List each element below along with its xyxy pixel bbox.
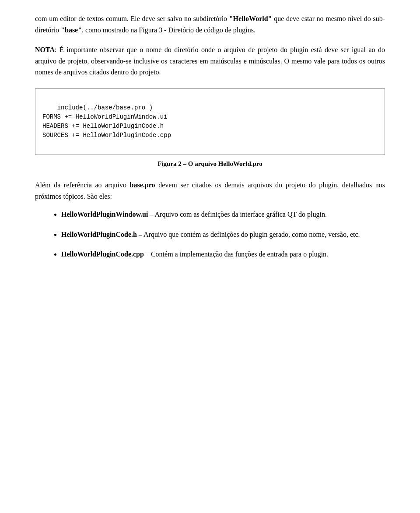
bullet1-text: – Arquivo com as definições da interface…: [148, 211, 326, 218]
bullet3-text: – Contém a implementação das funções de …: [144, 250, 328, 258]
paragraph-besides: Além da referência ao arquivo base.pro d…: [35, 179, 385, 202]
bold-helloworld: "HelloWorld": [229, 15, 272, 22]
paragraph-intro: com um editor de textos comum. Ele deve …: [35, 13, 385, 35]
nota-paragraph: NOTA: É importante observar que o nome d…: [35, 44, 385, 78]
nota-label: NOTA: [35, 46, 55, 53]
bullet1-bold: HelloWorldPluginWindow.ui: [61, 211, 148, 218]
nota-colon: : É importante observar que o nome do di…: [35, 46, 385, 76]
base-pro-bold: base.pro: [130, 181, 155, 189]
bullet-list: HelloWorldPluginWindow.ui – Arquivo com …: [61, 209, 385, 260]
bold-base: "base": [61, 26, 82, 34]
figure-caption: Figura 2 – O arquivo HelloWorld.pro: [35, 158, 385, 169]
code-block: include(../base/base.pro ) FORMS += Hell…: [35, 88, 385, 155]
bullet2-bold: HelloWorldPluginCode.h: [61, 231, 137, 238]
para2-before: Além da referência ao arquivo: [35, 181, 130, 189]
list-item-2: HelloWorldPluginCode.h – Arquivo que con…: [61, 229, 385, 240]
bullet2-text: – Arquivo que contém as definições do pl…: [137, 231, 360, 238]
list-item-3: HelloWorldPluginCode.cpp – Contém a impl…: [61, 249, 385, 260]
list-item-1: HelloWorldPluginWindow.ui – Arquivo com …: [61, 209, 385, 220]
nota-block: NOTA: É importante observar que o nome d…: [35, 44, 385, 78]
code-line-1: include(../base/base.pro ) FORMS += Hell…: [42, 104, 171, 139]
page-content: com um editor de textos comum. Ele deve …: [35, 13, 385, 260]
inclusive-word: inclusive: [133, 57, 159, 65]
bullet3-bold: HelloWorldPluginCode.cpp: [61, 250, 144, 258]
